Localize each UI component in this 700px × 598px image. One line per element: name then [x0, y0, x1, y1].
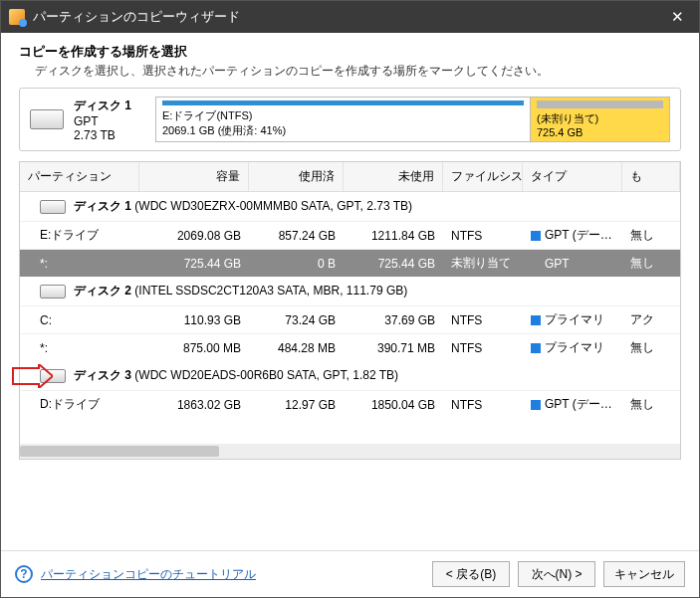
cell-type: プライマリ [523, 339, 622, 356]
partition-row[interactable]: *:875.00 MB484.28 MB390.71 MBNTFSプライマリ無し [20, 333, 680, 361]
segment-label: (未割り当て) [537, 111, 663, 126]
group-title-rest: (INTEL SSDSC2CT120A3 SATA, MBR, 111.79 G… [134, 284, 407, 298]
disk-group-header[interactable]: ディスク 3 (WDC WD20EADS-00R6B0 SATA, GPT, 1… [20, 361, 680, 390]
partition-row[interactable]: D:ドライブ1863.02 GB12.97 GB1850.04 GBNTFSGP… [20, 390, 680, 418]
back-button[interactable]: < 戻る(B) [432, 561, 510, 587]
cell-partition: D:ドライブ [20, 396, 139, 413]
col-capacity[interactable]: 容量 [139, 162, 249, 191]
cell-partition: *: [20, 257, 139, 271]
cell-free: 1850.04 GB [344, 398, 443, 412]
window-title: パーティションのコピーウィザード [33, 8, 240, 26]
type-color-icon [531, 259, 541, 269]
cell-type: GPT (データ… [523, 396, 622, 413]
cell-capacity: 1863.02 GB [139, 398, 249, 412]
cell-filesystem: NTFS [443, 341, 523, 355]
page-subtitle: ディスクを選択し、選択されたパーティションのコピーを作成する場所をマークしてくだ… [19, 63, 681, 80]
close-icon[interactable]: ✕ [663, 8, 691, 26]
cell-partition: C: [20, 313, 139, 327]
type-color-icon [531, 400, 541, 410]
cell-type: GPT (データ… [523, 227, 622, 244]
col-partition[interactable]: パーティション [20, 162, 139, 191]
group-title-bold: ディスク 1 [74, 199, 134, 213]
disk-group-header[interactable]: ディスク 2 (INTEL SSDSC2CT120A3 SATA, MBR, 1… [20, 277, 680, 305]
cell-extra: アク [622, 311, 680, 328]
cell-used: 73.24 GB [249, 313, 344, 327]
cell-type: プライマリ [523, 311, 622, 328]
cell-filesystem: NTFS [443, 398, 523, 412]
disk-icon [40, 200, 66, 214]
col-extra[interactable]: も [622, 162, 680, 191]
cell-capacity: 2069.08 GB [139, 229, 249, 243]
tutorial-link[interactable]: パーティションコピーのチュートリアル [41, 566, 256, 583]
next-button[interactable]: 次へ(N) > [518, 561, 595, 587]
cell-used: 484.28 MB [249, 341, 344, 355]
disk-group-header[interactable]: ディスク 1 (WDC WD30EZRX-00MMMB0 SATA, GPT, … [20, 192, 680, 221]
cell-free: 37.69 GB [344, 313, 443, 327]
summary-disk-name: ディスク 1 [74, 98, 145, 114]
horizontal-scrollbar[interactable] [20, 444, 680, 459]
group-title-rest: (WDC WD30EZRX-00MMMB0 SATA, GPT, 2.73 TB… [134, 199, 412, 213]
type-color-icon [531, 343, 541, 353]
type-color-icon [531, 231, 541, 241]
pointer-arrow-icon [11, 364, 53, 388]
cell-free: 390.71 MB [344, 341, 443, 355]
partition-row[interactable]: E:ドライブ2069.08 GB857.24 GB1211.84 GBNTFSG… [20, 221, 680, 249]
segment-e-drive[interactable]: E:ドライブ(NTFS) 2069.1 GB (使用済: 41%) [156, 98, 531, 141]
group-title-bold: ディスク 3 [74, 368, 134, 382]
type-color-icon [531, 315, 541, 325]
help-icon[interactable]: ? [15, 565, 33, 583]
cell-capacity: 725.44 GB [139, 257, 249, 271]
disk-icon [30, 109, 64, 129]
summary-disk-size: 2.73 TB [74, 128, 145, 142]
app-icon [9, 9, 25, 25]
segment-detail: 725.4 GB [537, 126, 663, 138]
cell-partition: *: [20, 341, 139, 355]
partition-grid: パーティション 容量 使用済 未使用 ファイルシステム タイプ も ディスク 1… [19, 161, 681, 460]
segment-label: E:ドライブ(NTFS) [162, 108, 524, 123]
page-title: コピーを作成する場所を選択 [19, 43, 681, 61]
cell-extra: 無し [622, 339, 680, 356]
scrollbar-thumb[interactable] [20, 446, 219, 457]
cell-capacity: 875.00 MB [139, 341, 249, 355]
cell-extra: 無し [622, 396, 680, 413]
partition-row[interactable]: *:725.44 GB0 B725.44 GB未割り当てGPT無し [20, 249, 680, 277]
cell-used: 12.97 GB [249, 398, 344, 412]
segment-detail: 2069.1 GB (使用済: 41%) [162, 123, 524, 138]
cell-extra: 無し [622, 255, 680, 272]
cell-type: GPT [523, 257, 622, 271]
cell-filesystem: 未割り当て [443, 255, 523, 272]
grid-header: パーティション 容量 使用済 未使用 ファイルシステム タイプ も [20, 162, 680, 192]
disk-summary-panel: ディスク 1 GPT 2.73 TB E:ドライブ(NTFS) 2069.1 G… [19, 88, 681, 151]
cell-extra: 無し [622, 227, 680, 244]
group-title-bold: ディスク 2 [74, 284, 134, 298]
cancel-button[interactable]: キャンセル [603, 561, 685, 587]
cell-free: 725.44 GB [344, 257, 443, 271]
cell-filesystem: NTFS [443, 229, 523, 243]
col-used[interactable]: 使用済 [249, 162, 344, 191]
col-type[interactable]: タイプ [523, 162, 622, 191]
col-filesystem[interactable]: ファイルシステム [443, 162, 523, 191]
partition-row[interactable]: C:110.93 GB73.24 GB37.69 GBNTFSプライマリアク [20, 305, 680, 333]
disk-icon [40, 285, 66, 299]
group-title-rest: (WDC WD20EADS-00R6B0 SATA, GPT, 1.82 TB) [134, 368, 398, 382]
cell-capacity: 110.93 GB [139, 313, 249, 327]
cell-free: 1211.84 GB [344, 229, 443, 243]
cell-partition: E:ドライブ [20, 227, 139, 244]
col-free[interactable]: 未使用 [344, 162, 443, 191]
cell-used: 857.24 GB [249, 229, 344, 243]
segment-unallocated[interactable]: (未割り当て) 725.4 GB [531, 98, 669, 141]
cell-used: 0 B [249, 257, 344, 271]
summary-disk-scheme: GPT [74, 114, 145, 128]
cell-filesystem: NTFS [443, 313, 523, 327]
